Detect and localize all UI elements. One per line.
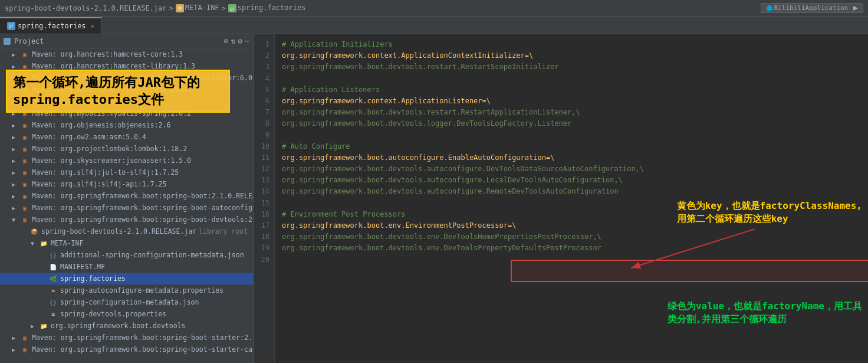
tree-label: spring-devtools.properties <box>60 310 166 318</box>
line-number-16: 16 <box>256 209 269 220</box>
line-number-19: 19 <box>256 243 269 254</box>
tab-spring-factories[interactable]: SF spring.factories × <box>0 17 102 34</box>
line-number-9: 9 <box>256 130 269 141</box>
tree-item-18[interactable]: 📄MANIFEST.MF <box>0 261 253 273</box>
tab-icon: SF <box>7 22 15 30</box>
code-line-13: org.springframework.boot.devtools.autoco… <box>282 175 861 186</box>
breadcrumb-sep1: > <box>169 4 173 12</box>
tree-item-16[interactable]: ▼📁META-INF <box>0 237 253 249</box>
line-number-8: 8 <box>256 118 269 129</box>
sidebar-icon-add[interactable]: ⊕ <box>224 37 229 45</box>
folder-icon: 📁 <box>39 238 48 248</box>
tree-label: Maven: org.springframework.boot:spring-b… <box>32 204 254 212</box>
tree-label: Maven: org.springframework.boot:spring-b… <box>32 333 254 342</box>
svg-text:SF: SF <box>230 7 235 12</box>
tree-item-14[interactable]: ▼▣Maven: org.springframework.boot:spring… <box>0 214 253 225</box>
sidebar-icon-minimize[interactable]: − <box>245 37 249 45</box>
tree-item-8[interactable]: ▶▣Maven: org.projectlombok:lombok:1.18.2 <box>0 143 253 155</box>
tree-label: additional-spring-configuration-metadata… <box>60 251 244 259</box>
line-numbers: 1234567891011121314151617181920 <box>254 34 275 363</box>
tree-label: Maven: org.hamcrest:hamcrest-library:1.3 <box>32 62 195 70</box>
tree-label: Maven: org.hamcrest:hamcrest-core:1.3 <box>32 50 183 58</box>
code-line-6: org.springframework.context.ApplicationL… <box>282 96 861 107</box>
tree-label: Maven: org.slf4j:jul-to-slf4j:1.7.25 <box>32 168 179 176</box>
tree-item-17[interactable]: {}additional-spring-configuration-metada… <box>0 249 253 261</box>
sidebar-icon-settings[interactable]: ⚙ <box>238 37 242 45</box>
maven-icon: ▣ <box>20 50 29 59</box>
tree-item-15[interactable]: 📦spring-boot-devtools-2.1.0.RELEASE.jar … <box>0 225 253 237</box>
tree-item-11[interactable]: ▶▣Maven: org.slf4j:slf4j-api:1.7.25 <box>0 178 253 190</box>
tree-item-13[interactable]: ▶▣Maven: org.springframework.boot:spring… <box>0 202 253 214</box>
editor: 1234567891011121314151617181920 # Applic… <box>254 34 868 363</box>
breadcrumb-jar: spring-boot-devtools-2.1.0.RELEASE.jar <box>5 4 167 12</box>
tree-item-23[interactable]: ▶📁org.springframework.boot.devtools <box>0 320 253 332</box>
tree-item-24[interactable]: ▶▣Maven: org.springframework.boot:spring… <box>0 332 253 344</box>
tree-item-10[interactable]: ▶▣Maven: org.slf4j:jul-to-slf4j:1.7.25 <box>0 166 253 178</box>
code-text: org.springframework.boot.env.Environment… <box>282 220 516 231</box>
tree-arrow: ▶ <box>31 323 39 329</box>
code-text: # Auto Configure <box>282 141 350 152</box>
line-number-15: 15 <box>256 198 269 209</box>
svg-text:M: M <box>178 6 182 12</box>
code-line-1: # Application Initializers <box>282 39 861 50</box>
line-number-20: 20 <box>256 254 269 266</box>
tree-item-9[interactable]: ▶▣Maven: org.skyscreamer:jsonassert:1.5.… <box>0 155 253 166</box>
code-text: org.springframework.boot.devtools.env.De… <box>282 231 601 243</box>
sidebar-icon-filter[interactable]: ⇅ <box>231 37 236 45</box>
code-line-14: org.springframework.boot.devtools.autoco… <box>282 186 861 197</box>
code-text: org.springframework.boot.devtools.autoco… <box>282 186 619 197</box>
line-number-10: 10 <box>256 141 269 152</box>
spring-icon: 🌿 <box>48 274 58 283</box>
sidebar: Project ⊕ ⇅ ⚙ − 第一个循环,遍历所有JAR包下的spring.f… <box>0 34 254 363</box>
tree-arrow: ▶ <box>12 122 20 129</box>
line-number-14: 14 <box>256 186 269 197</box>
code-line-8: org.springframework.boot.devtools.logger… <box>282 118 861 129</box>
code-line-20 <box>282 254 861 266</box>
code-text: # Application Listeners <box>282 84 380 96</box>
line-number-7: 7 <box>256 107 269 118</box>
maven-icon: ▣ <box>20 132 29 142</box>
tree-arrow: ▶ <box>12 205 20 211</box>
code-text: org.springframework.boot.devtools.logger… <box>282 118 571 129</box>
tree-item-7[interactable]: ▶▣Maven: org.ow2.asm:asm:5.0.4 <box>0 131 253 143</box>
tree-item-0[interactable]: ▶▣Maven: org.hamcrest:hamcrest-core:1.3 <box>0 48 253 60</box>
code-line-5: # Application Listeners <box>282 84 861 96</box>
jar-icon: 📦 <box>29 227 39 236</box>
tree-label: spring-boot-devtools-2.1.0.RELEASE.jar <box>41 227 196 236</box>
tree-item-25[interactable]: ▶▣Maven: org.springframework.boot:spring… <box>0 344 253 355</box>
code-text: org.springframework.context.ApplicationC… <box>282 50 533 61</box>
tree-label: Maven: org.skyscreamer:jsonassert:1.5.0 <box>32 156 191 165</box>
annotation-yellow-right: 黄色为key，也就是factoryClassNames, 用第二个循环遍历这些k… <box>677 200 862 226</box>
line-number-13: 13 <box>256 175 269 186</box>
code-line-7: org.springframework.boot.devtools.restar… <box>282 107 861 118</box>
code-line-18: org.springframework.boot.devtools.env.De… <box>282 231 861 243</box>
annotation-green-right: 绿色为value，也就是factoryName，用工具 类分割,并用第三个循环遍… <box>668 300 862 326</box>
tree-item-22[interactable]: ≡spring-devtools.properties <box>0 308 253 320</box>
tree-item-20[interactable]: ≡spring-autoconfigure-metadata.propertie… <box>0 284 253 296</box>
tree-arrow: ▶ <box>12 63 20 70</box>
tree-item-21[interactable]: {}spring-configuration-metadata.json <box>0 296 253 308</box>
tree-label: Maven: org.projectlombok:lombok:1.18.2 <box>32 145 187 153</box>
code-text: org.springframework.boot.autoconfigure.E… <box>282 152 554 163</box>
tree-label: Maven: org.springframework.boot:spring-b… <box>32 215 254 224</box>
maven-icon: ▣ <box>20 333 29 342</box>
maven-icon: ▣ <box>20 168 29 177</box>
maven-icon: ▣ <box>20 144 29 153</box>
maven-icon: ▣ <box>20 215 29 224</box>
json-icon: {} <box>48 297 58 307</box>
tree-label: MANIFEST.MF <box>60 263 105 271</box>
tree-arrow: ▶ <box>12 51 20 58</box>
code-line-2: org.springframework.context.ApplicationC… <box>282 50 861 61</box>
code-text: # Application Initializers <box>282 39 393 50</box>
tab-label: spring.factories <box>18 22 86 30</box>
code-text: org.springframework.boot.devtools.restar… <box>282 61 559 73</box>
code-text: org.springframework.boot.devtools.autoco… <box>282 175 623 186</box>
bilibili-btn[interactable]: BilibiliApplication <box>761 3 863 13</box>
tree-label: Maven: org.springframework.boot:spring-b… <box>32 345 254 354</box>
code-line-4 <box>282 73 861 84</box>
tree-item-6[interactable]: ▶▣Maven: org.objenesis:objenesis:2.6 <box>0 119 253 131</box>
tree-label: Maven: org.slf4j:slf4j-api:1.7.25 <box>32 180 166 188</box>
tree-item-19[interactable]: 🌿spring.factories <box>0 273 253 284</box>
tree-item-12[interactable]: ▶▣Maven: org.springframework.boot:spring… <box>0 190 253 202</box>
tab-close-icon[interactable]: × <box>91 22 95 30</box>
